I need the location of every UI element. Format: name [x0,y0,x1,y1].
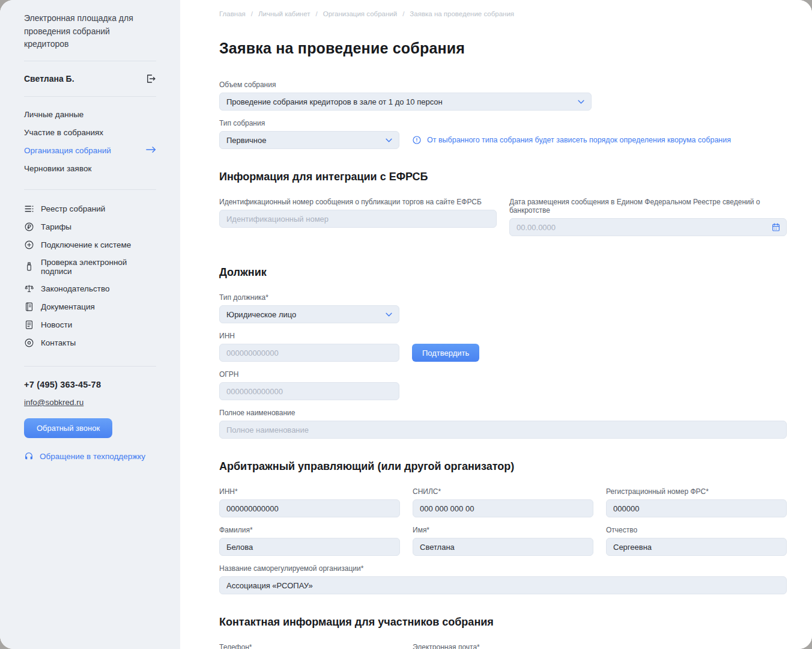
field-label: Телефон* [219,643,400,649]
debtor-type-select[interactable]: Юридическое лицо [219,305,399,323]
field-meeting-type: Тип собрания Первичное От выбранного тип… [219,119,787,149]
field-label: Полное наименование [219,409,787,417]
debtor-full-name-input[interactable] [219,421,787,439]
field-debtor-ogrn: ОГРН [219,370,787,400]
support-phone: +7 (495) 363-45-78 [24,380,156,389]
sidebar-item-documentation[interactable]: Документация [24,297,156,315]
support-link[interactable]: Обращение в техподдержку [24,451,156,461]
sidebar-item-contacts[interactable]: Контакты [24,334,156,352]
field-efrsb-id: Идентификационный номер сообщения о публ… [219,198,497,236]
plus-circle-icon [24,240,34,250]
confirm-inn-button[interactable]: Подтвердить [412,344,479,362]
field-label: Отчество [606,526,787,534]
breadcrumb-organization[interactable]: Организация собраний [323,10,397,17]
scales-icon [24,284,34,294]
field-debtor-inn: ИНН Подтвердить [219,332,787,362]
manager-middle-name-input[interactable] [606,538,787,556]
sidebar-item-registry[interactable]: Реестр собраний [24,200,156,218]
debtor-inn-input[interactable] [219,344,399,362]
meeting-volume-select[interactable]: Проведение собрания кредиторов в зале от… [219,93,592,111]
page-title: Заявка на проведение собрания [219,40,787,57]
breadcrumb-home[interactable]: Главная [219,10,246,17]
sidebar-item-participation[interactable]: Участие в собраниях [24,123,156,141]
field-manager-sro: Название саморегулируемой организации* [219,564,787,594]
efrsb-id-input[interactable] [219,210,497,228]
field-label: Регистрационный номер ФРС* [606,487,787,496]
section-heading-debtor: Должник [219,266,787,279]
field-label: Электронная почта* [413,643,593,649]
field-meeting-volume: Объем собрания Проведение собрания креди… [219,81,787,111]
headset-icon [24,451,34,461]
breadcrumb-cabinet[interactable]: Личный кабинет [258,10,311,17]
sidebar: Электронная площадка для проведения собр… [0,0,180,649]
field-label: ОГРН [219,370,787,379]
field-label: ИНН [219,332,787,340]
sidebar-item-organization[interactable]: Организация собраний [24,141,156,159]
info-icon [412,135,422,145]
chevron-down-icon [578,100,584,104]
manager-last-name-input[interactable] [219,538,400,556]
app-window: Электронная площадка для проведения собр… [0,0,812,649]
breadcrumb: Главная / Личный кабинет / Организация с… [219,10,787,17]
field-manager-snils: СНИЛС* [413,487,593,517]
sidebar-item-tariffs[interactable]: Тарифы [24,218,156,236]
primary-nav: Личные данные Участие в собраниях Органи… [24,97,156,189]
field-debtor-type: Тип должника* Юридическое лицо [219,293,787,323]
field-manager-frs: Регистрационный номер ФРС* [606,487,787,517]
meeting-type-select[interactable]: Первичное [219,131,399,149]
efrsb-date-input[interactable] [509,218,787,236]
field-label: Имя* [413,526,593,534]
support-email-link[interactable]: info@sobkred.ru [24,398,83,407]
manager-inn-input[interactable] [219,499,400,517]
field-manager-first-name: Имя* [413,526,593,556]
manager-frs-input[interactable] [606,499,787,517]
section-heading-contact: Контактная информация для участников соб… [219,616,787,629]
field-label: Идентификационный номер сообщения о публ… [219,198,497,206]
app-title: Электронная площадка для проведения собр… [24,12,156,61]
ruble-circle-icon [24,222,34,232]
user-row: Светлана Б. [24,61,156,96]
logout-icon[interactable] [145,73,156,84]
book-icon [24,302,34,312]
field-label: Объем собрания [219,81,787,89]
field-label: Фамилия* [219,526,400,534]
field-label: Дата размещения сообщения в Едином Федер… [509,198,787,215]
field-label: СНИЛС* [413,487,593,496]
field-contact-email: Электронная почта* [413,643,593,649]
sidebar-item-legislation[interactable]: Законодательство [24,279,156,297]
user-name: Светлана Б. [24,74,74,84]
chevron-down-icon [386,138,392,142]
sidebar-item-personal-data[interactable]: Личные данные [24,105,156,123]
field-label: ИНН* [219,487,400,496]
section-heading-efrsb: Информация для интеграции с ЕФРСБ [219,171,787,183]
manager-sro-input[interactable] [219,576,787,594]
manager-snils-input[interactable] [413,499,593,517]
location-icon [24,338,34,348]
field-label: Название саморегулируемой организации* [219,564,787,573]
field-debtor-full-name: Полное наименование [219,409,787,439]
field-manager-last-name: Фамилия* [219,526,400,556]
field-contact-phone: Телефон* [219,643,400,649]
arrow-right-icon [146,146,156,155]
section-heading-manager: Арбитражный управляющий (или другой орга… [219,460,787,473]
sidebar-item-drafts[interactable]: Черновики заявок [24,159,156,177]
usb-token-icon [24,261,34,272]
sidebar-contacts: +7 (495) 363-45-78 info@sobkred.ru Обрат… [24,367,156,461]
chevron-down-icon [386,312,392,317]
sidebar-item-signature-check[interactable]: Проверка электронной подписи [24,254,156,279]
callback-button[interactable]: Обратный звонок [24,418,112,438]
sidebar-item-connection[interactable]: Подключение к системе [24,236,156,254]
field-label: Тип собрания [219,119,787,127]
news-icon [24,320,34,330]
debtor-ogrn-input[interactable] [219,382,399,400]
calendar-icon[interactable] [771,222,781,232]
meeting-type-hint: От выбранного типа собрания будет зависе… [412,135,731,145]
field-efrsb-date: Дата размещения сообщения в Едином Федер… [509,198,787,236]
secondary-nav: Реестр собраний Тарифы Подключение к [24,190,156,366]
list-icon [24,204,34,214]
main-content: Главная / Личный кабинет / Организация с… [180,0,812,649]
sidebar-item-news[interactable]: Новости [24,315,156,334]
breadcrumb-current: Заявка на проведение собрания [410,10,514,17]
manager-first-name-input[interactable] [413,538,593,556]
field-manager-inn: ИНН* [219,487,400,517]
